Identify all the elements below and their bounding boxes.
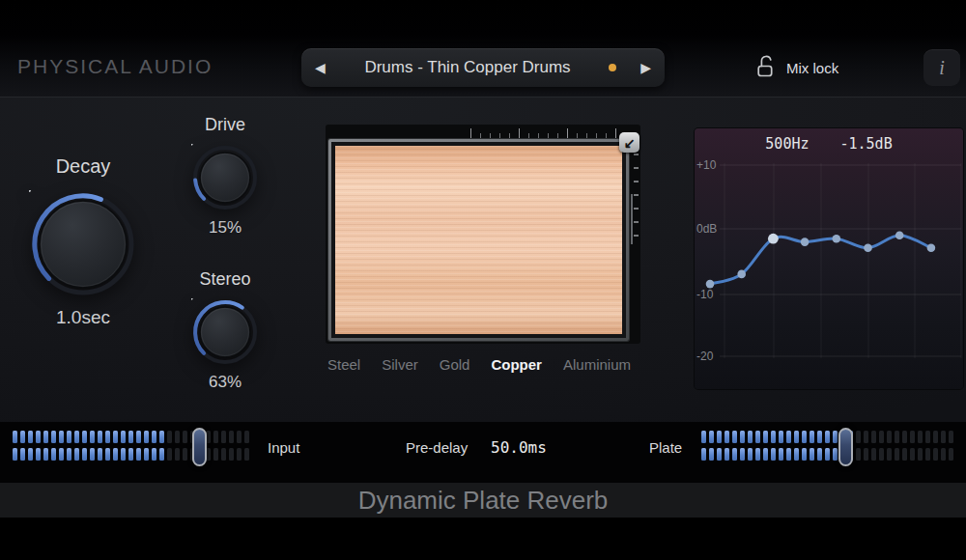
eq-readout: 500Hz -1.5dB xyxy=(695,135,963,153)
meter-segment xyxy=(113,448,118,461)
preset-selector[interactable]: ◀ Drums - Thin Copper Drums ▶ xyxy=(301,48,665,87)
material-tab-steel[interactable]: Steel xyxy=(327,356,360,373)
material-tab-copper[interactable]: Copper xyxy=(491,356,542,373)
drive-knob-group: Drive 15% xyxy=(184,115,267,238)
meter-segment xyxy=(152,431,156,443)
meter-row xyxy=(701,431,953,443)
eq-graph[interactable]: +100dB-10-20 xyxy=(695,128,963,389)
material-tab-silver[interactable]: Silver xyxy=(382,356,418,373)
decay-knob[interactable] xyxy=(29,190,137,298)
meter-segment xyxy=(771,431,776,443)
meter-segment xyxy=(817,448,822,461)
meter-segment xyxy=(36,431,41,443)
eq-axis-label: -10 xyxy=(696,288,714,301)
meter-segment xyxy=(925,431,930,443)
meter-segment xyxy=(90,431,95,443)
meter-segment xyxy=(74,431,79,443)
meter-segment xyxy=(856,431,861,443)
meter-segment xyxy=(786,448,791,461)
meter-segment xyxy=(74,448,79,461)
material-tab-aluminium[interactable]: Aluminium xyxy=(563,356,631,373)
plate-resize-handle[interactable]: ↙ xyxy=(619,132,639,153)
meter-segment xyxy=(949,431,953,443)
meter-segment xyxy=(105,448,110,461)
decay-value: 1.0sec xyxy=(56,307,110,328)
meter-segment xyxy=(825,448,830,461)
eq-node[interactable] xyxy=(864,243,872,252)
lock-open-icon xyxy=(755,53,776,83)
meter-segment xyxy=(871,448,876,461)
meter-segment xyxy=(779,431,783,443)
preset-prev-button[interactable]: ◀ xyxy=(315,60,326,75)
decay-label: Decay xyxy=(56,155,111,178)
eq-node[interactable] xyxy=(737,270,746,279)
eq-node[interactable] xyxy=(768,234,779,244)
meter-segment xyxy=(51,431,56,443)
eq-node[interactable] xyxy=(833,235,841,243)
preset-name[interactable]: Drums - Thin Copper Drums xyxy=(340,58,595,77)
meter-segment xyxy=(98,431,102,443)
meter-segment xyxy=(887,448,892,461)
meter-segment xyxy=(910,431,915,443)
info-button[interactable]: i xyxy=(923,49,960,86)
meter-segment xyxy=(902,448,907,461)
meter-segment xyxy=(229,448,234,461)
meter-segment xyxy=(918,448,923,461)
meter-segment xyxy=(763,448,768,461)
preset-next-button[interactable]: ▶ xyxy=(640,60,651,75)
meter-segment xyxy=(82,448,87,461)
stereo-knob[interactable] xyxy=(191,298,259,366)
meter-segment xyxy=(20,448,25,461)
input-gain-slider[interactable] xyxy=(13,431,249,463)
meter-segment xyxy=(933,431,938,443)
meter-segment xyxy=(183,448,187,461)
plate-ruler-marker xyxy=(631,194,633,244)
plate-gain-slider[interactable] xyxy=(701,431,953,463)
meter-segment xyxy=(879,431,884,443)
meter-segment xyxy=(28,448,33,461)
meter-segment xyxy=(879,448,884,461)
meter-segment xyxy=(159,448,164,461)
drive-knob[interactable] xyxy=(191,144,259,211)
eq-node[interactable] xyxy=(927,243,936,252)
meter-segment xyxy=(51,448,56,461)
meter-segment xyxy=(183,431,187,443)
meter-segment xyxy=(152,448,156,461)
plugin-title: Dynamic Plate Reverb xyxy=(358,486,609,516)
meter-segment xyxy=(825,431,830,443)
meter-segment xyxy=(213,448,218,461)
meter-segment xyxy=(817,431,822,443)
eq-axis-label: 0dB xyxy=(696,222,717,236)
meter-segment xyxy=(802,431,807,443)
mix-lock-toggle[interactable]: Mix lock xyxy=(755,53,838,83)
plate-slider-handle[interactable] xyxy=(838,428,853,466)
meter-segment xyxy=(833,431,838,443)
material-tab-gold[interactable]: Gold xyxy=(440,356,470,373)
meter-segment xyxy=(167,448,172,461)
meter-segment xyxy=(949,448,953,461)
meter-segment xyxy=(43,431,48,443)
predelay-label: Pre-delay xyxy=(406,439,468,456)
meter-row xyxy=(13,431,249,443)
meter-segment xyxy=(856,448,861,461)
eq-node[interactable] xyxy=(706,280,715,289)
meter-segment xyxy=(20,431,25,443)
meter-segment xyxy=(701,431,706,443)
eq-node[interactable] xyxy=(895,232,904,240)
copper-plate-surface xyxy=(335,146,622,334)
meter-segment xyxy=(244,431,249,443)
eq-node[interactable] xyxy=(801,238,810,246)
meter-segment xyxy=(810,448,814,461)
meter-segment xyxy=(82,431,87,443)
meter-segment xyxy=(59,431,64,443)
meter-segment xyxy=(98,448,102,461)
predelay-value[interactable]: 50.0ms xyxy=(491,438,547,457)
footer: Dynamic Plate Reverb xyxy=(0,483,966,518)
meter-segment xyxy=(786,431,791,443)
meter-segment xyxy=(105,431,110,443)
meter-segment xyxy=(918,431,923,443)
stereo-knob-group: Stereo 63% xyxy=(184,269,267,392)
meter-segment xyxy=(724,448,729,461)
drive-value: 15% xyxy=(209,218,242,238)
input-slider-handle[interactable] xyxy=(192,428,207,466)
